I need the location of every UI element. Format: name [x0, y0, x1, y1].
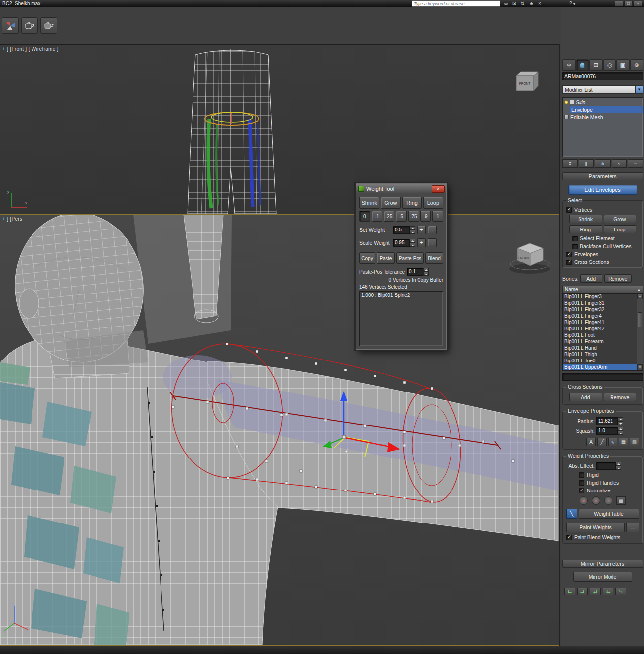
normalize-checkbox-row[interactable]: Normalize [579, 488, 639, 493]
spinner-down-icon[interactable] [618, 421, 623, 425]
spinner-up-icon[interactable] [618, 427, 623, 431]
spinner-down-icon[interactable] [423, 272, 429, 276]
select-shrink-button[interactable]: Shrink [569, 215, 602, 223]
select-element-checkbox-row[interactable]: Select Element [572, 235, 639, 241]
tab-modify-icon[interactable] [576, 59, 589, 71]
copy-envelope-icon[interactable]: ▦ [619, 438, 628, 446]
set-weight-plus-button[interactable]: + [417, 226, 426, 234]
stack-item-editable-mesh[interactable]: Editable Mesh [563, 113, 643, 121]
preset-.75-button[interactable]: .75 [408, 211, 419, 222]
teapot-icon[interactable] [21, 17, 38, 34]
select-ring-button[interactable]: Ring [569, 225, 602, 233]
bone-list-item[interactable]: Bip001 L Forearm [563, 338, 637, 345]
bone-list-item[interactable]: Bip001 L Finger3 [563, 294, 637, 300]
bone-list-item[interactable]: Bip001 L Finger32 [563, 306, 637, 313]
favorites-icon[interactable]: ★ [529, 1, 534, 6]
bone-list-item[interactable]: Bip001 L Finger41 [563, 319, 637, 326]
vertex-weight-list[interactable]: 1.000 : Bip001 Spine2 [359, 291, 443, 346]
spinner-up-icon[interactable] [616, 462, 621, 466]
absolute-effect-icon[interactable]: A [586, 438, 596, 446]
stack-item-skin[interactable]: − Skin [563, 98, 643, 106]
set-weight-spinner[interactable]: 0.5 [393, 226, 415, 234]
bones-list[interactable]: Bip001 L Finger3 Bip001 L Finger31 Bip00… [562, 293, 643, 371]
select-excluded-vertices-icon[interactable]: ◦ [604, 496, 612, 505]
mirror-swap-icon[interactable]: ⇆ [603, 588, 613, 595]
tab-display-icon[interactable]: ▣ [616, 59, 630, 71]
bone-list-item[interactable]: Bip001 L Finger42 [563, 326, 637, 332]
bone-list-item[interactable]: Bip001 L Hand [563, 345, 637, 351]
stack-item-envelope[interactable]: Envelope [570, 106, 643, 113]
remove-bone-button[interactable]: Remove [604, 274, 632, 283]
mirror-toggle-icon[interactable]: ⇋ [615, 588, 626, 595]
remove-cross-section-button[interactable]: Remove [604, 393, 637, 401]
falloff-icon[interactable]: ╱ [597, 438, 607, 446]
add-cross-section-button[interactable]: Add [569, 393, 602, 401]
exclude-vertices-icon[interactable]: ● [580, 496, 588, 505]
grow-button[interactable]: Grow [381, 197, 400, 209]
normalize-checkbox[interactable] [579, 488, 584, 493]
weight-tool-titlebar[interactable]: Weight Tool × [356, 184, 446, 194]
select-element-checkbox[interactable] [572, 236, 578, 241]
bone-list-item[interactable]: Bip001 L Finger4 [563, 313, 637, 319]
paint-options-button[interactable]: ... [626, 523, 639, 532]
spinner-down-icon[interactable] [410, 230, 415, 234]
vertices-checkbox-row[interactable]: Vertices [566, 207, 639, 213]
mirror-paste-both-icon[interactable]: ⇄ [590, 588, 601, 595]
search-input[interactable] [412, 0, 500, 7]
paint-blend-weights-checkbox[interactable] [566, 535, 572, 540]
bone-list-item-selected[interactable]: Bip001 L UpperArm [563, 364, 637, 370]
paste-pos-button[interactable]: Paste-Pos [396, 252, 424, 264]
tab-hierarchy-icon[interactable]: ⊞ [589, 59, 603, 71]
rigid-handles-checkbox-row[interactable]: Rigid Handles [579, 480, 639, 486]
cross-sections-checkbox-row[interactable]: Cross Sections [566, 259, 639, 265]
spinner-up-icon[interactable] [423, 268, 429, 272]
select-grow-button[interactable]: Grow [604, 215, 637, 223]
tab-utilities-icon[interactable]: ⊗ [630, 59, 644, 71]
include-vertices-icon[interactable]: × [592, 496, 600, 505]
edit-envelopes-button[interactable]: Edit Envelopes [568, 185, 637, 195]
viewport-perspective[interactable]: + ] [Pers [0, 214, 559, 646]
bones-list-scrollbar[interactable]: ▲ ▼ [637, 294, 643, 370]
viewport-persp-label[interactable]: + ] [Pers [2, 216, 22, 222]
loop-button[interactable]: Loop [423, 197, 443, 209]
remove-modifier-icon[interactable]: × [612, 159, 627, 168]
viewport-front-label[interactable]: + ] [Front ] [ Wireframe ] [2, 46, 59, 52]
collapse-icon[interactable]: − [570, 100, 574, 104]
cross-sections-checkbox[interactable] [566, 260, 572, 265]
rollout-parameters[interactable]: Parameters [562, 172, 643, 180]
show-end-result-icon[interactable]: ∥ [579, 159, 594, 168]
modifier-list-dropdown[interactable]: Modifier List ▾ [562, 85, 643, 94]
window-titlebar[interactable]: BC2_Sheikh.max ∞ ✉ ⇅ ★ × ? ▾ – □ × [0, 0, 644, 7]
tab-create-icon[interactable]: ∗ [562, 59, 576, 71]
close-icon[interactable]: × [432, 185, 445, 193]
vertices-checkbox[interactable] [566, 207, 572, 213]
backface-cull-checkbox[interactable] [572, 244, 578, 249]
radius-spinner[interactable]: 11.621 [596, 417, 623, 425]
shrink-button[interactable]: Shrink [359, 197, 379, 209]
object-name-field[interactable] [562, 72, 643, 80]
exchange-icon[interactable]: ⇅ [521, 1, 525, 6]
spinner-down-icon[interactable] [616, 466, 621, 470]
viewport-front[interactable]: + ] [Front ] [ Wireframe ] [0, 44, 559, 214]
help-menu[interactable]: ? ▾ [569, 0, 576, 7]
abs-effect-spinner[interactable] [596, 462, 621, 470]
teapot-shaded-icon[interactable] [40, 17, 57, 34]
communication-icon[interactable]: ✉ [512, 1, 516, 6]
configure-modifier-sets-icon[interactable]: ≣ [628, 159, 643, 168]
paste-pos-tolerance-spinner[interactable]: 0.1 [407, 268, 429, 276]
sign-in-icon[interactable]: × [538, 1, 541, 6]
spinner-up-icon[interactable] [618, 417, 623, 421]
add-bone-button[interactable]: Add [580, 274, 602, 283]
rigid-checkbox[interactable] [579, 472, 584, 478]
paint-weights-button[interactable]: Paint Weights [566, 523, 625, 532]
pinwheel-icon[interactable] [2, 17, 19, 34]
mirror-mode-button[interactable]: Mirror Mode [573, 572, 632, 582]
weight-table-button[interactable]: Weight Table [579, 509, 639, 519]
preset-1-button[interactable]: 1 [432, 211, 443, 222]
weight-tool-launcher-icon[interactable]: ╲ [566, 509, 577, 519]
bone-list-item[interactable]: Bip001 L Thigh [563, 351, 637, 358]
binoculars-icon[interactable]: ∞ [504, 1, 508, 6]
blend-button[interactable]: Blend [425, 252, 443, 264]
spinner-down-icon[interactable] [618, 431, 623, 435]
bake-weights-icon[interactable]: ▦ [616, 496, 626, 505]
